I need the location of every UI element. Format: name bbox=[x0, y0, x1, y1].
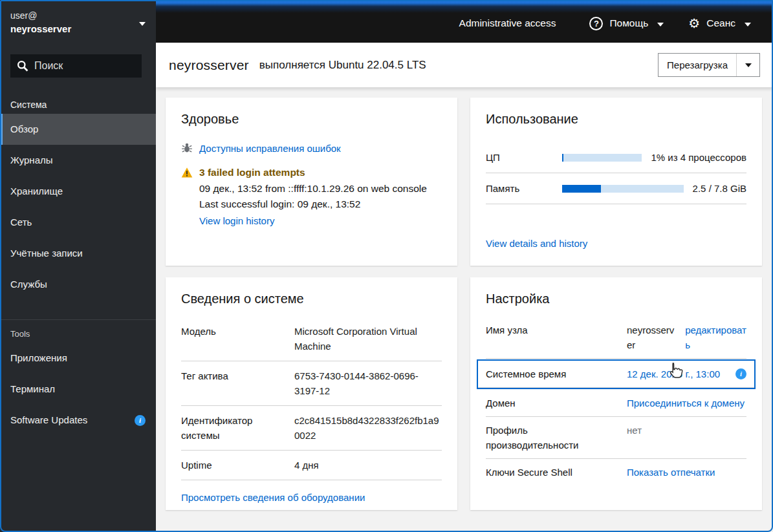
overview-content: Здоровье Доступны исправления ошибок bbox=[156, 87, 773, 532]
sidebar: user@ neyrosserver Система Обзор Журналы… bbox=[0, 0, 156, 532]
sidebar-item-terminal[interactable]: Терминал bbox=[0, 374, 156, 405]
memory-value: 2.5 / 7.8 GiB bbox=[693, 183, 746, 194]
sidebar-item-storage[interactable]: Хранилище bbox=[0, 176, 156, 207]
cpu-value: 1% из 4 процессоров bbox=[651, 152, 746, 163]
reboot-split-button: Перезагрузка bbox=[658, 53, 760, 77]
sidebar-item-applications[interactable]: Приложения bbox=[0, 343, 156, 374]
sidebar-item-logs[interactable]: Журналы bbox=[0, 145, 156, 176]
asset-tag-row: Тег актива 6753-7430-0144-3862-0696-3197… bbox=[181, 361, 442, 406]
search-icon bbox=[17, 60, 28, 72]
join-domain-link[interactable]: Присоединиться к домену bbox=[627, 398, 745, 409]
warning-triangle-icon bbox=[181, 167, 193, 178]
system-time-link[interactable]: 12 дек. 2025 г., 13:00 bbox=[627, 367, 720, 381]
sidebar-nav: Система Обзор Журналы Хранилище Сеть Учё… bbox=[0, 81, 156, 436]
usage-card-title: Использование bbox=[486, 112, 746, 127]
show-fingerprints-link[interactable]: Показать отпечатки bbox=[627, 467, 715, 478]
sidebar-search[interactable] bbox=[10, 54, 142, 78]
failed-login-title: 3 failed login attempts bbox=[199, 167, 305, 178]
health-card-title: Здоровье bbox=[181, 112, 442, 127]
search-input[interactable] bbox=[34, 60, 168, 72]
performance-profile-row: Профиль производительности нет bbox=[486, 417, 746, 459]
uptime-value: 4 дня bbox=[294, 458, 442, 473]
asset-tag-value: 6753-7430-0144-3862-0696-3197-12 bbox=[294, 368, 442, 398]
system-info-card: Сведения о системе Модель Microsoft Corp… bbox=[166, 277, 457, 510]
domain-row: Домен Присоединиться к домену bbox=[486, 390, 746, 417]
chevron-down-icon bbox=[139, 17, 146, 28]
hostname-row: Имя узла neyrosserver редактировать bbox=[486, 317, 746, 359]
info-icon[interactable] bbox=[735, 368, 746, 379]
bug-icon bbox=[181, 142, 193, 154]
health-card: Здоровье Доступны исправления ошибок bbox=[166, 98, 457, 266]
last-login-detail: Last successful login: 09 дек., 13:52 bbox=[199, 197, 442, 212]
sidebar-item-accounts[interactable]: Учётные записи bbox=[0, 238, 156, 269]
admin-access-indicator[interactable]: Administrative access bbox=[459, 17, 556, 29]
performance-profile-value: нет bbox=[627, 423, 746, 452]
cpu-progressbar bbox=[562, 154, 642, 162]
chevron-down-icon bbox=[745, 17, 751, 29]
machine-id-row: Идентификатор системы c2c841515b8d432283… bbox=[181, 406, 442, 451]
uptime-label: Uptime bbox=[181, 458, 294, 473]
ssh-keys-label: Ключи Secure Shell bbox=[486, 465, 627, 480]
model-label: Модель bbox=[181, 324, 294, 354]
domain-label: Домен bbox=[486, 396, 627, 410]
machine-id-value: c2c841515b8d4322833f262fb1a90022 bbox=[294, 413, 442, 443]
cpu-label: ЦП bbox=[486, 152, 562, 163]
page-header: neyrosserver выполняется Ubuntu 22.04.5 … bbox=[156, 43, 773, 87]
user-name: user@ bbox=[10, 9, 130, 22]
uptime-row: Uptime 4 дня bbox=[181, 451, 442, 480]
sidebar-item-software-updates[interactable]: Software Updates bbox=[0, 405, 156, 436]
hostname-value: neyrosserver bbox=[627, 323, 679, 352]
sidebar-item-network[interactable]: Сеть bbox=[0, 207, 156, 238]
configuration-title: Настройка bbox=[486, 292, 746, 306]
chevron-down-icon bbox=[657, 17, 664, 29]
reboot-button[interactable]: Перезагрузка bbox=[659, 54, 736, 76]
sidebar-item-overview[interactable]: Обзор bbox=[0, 114, 156, 145]
sidebar-item-services[interactable]: Службы bbox=[0, 269, 156, 300]
login-history-link[interactable]: View login history bbox=[199, 213, 274, 229]
reboot-dropdown-toggle[interactable] bbox=[736, 54, 759, 76]
session-label: Сеанс bbox=[706, 17, 735, 29]
bug-fixes-link[interactable]: Доступны исправления ошибок bbox=[199, 143, 341, 154]
asset-tag-label: Тег актива bbox=[181, 368, 294, 398]
machine-id-label: Идентификатор системы bbox=[181, 413, 294, 443]
info-icon bbox=[135, 415, 146, 426]
cockpit-app: user@ neyrosserver Система Обзор Журналы… bbox=[0, 0, 773, 532]
performance-profile-label: Профиль производительности bbox=[486, 423, 627, 452]
ssh-keys-row: Ключи Secure Shell Показать отпечатки bbox=[486, 459, 746, 485]
page-title-os: выполняется Ubuntu 22.04.5 LTS bbox=[259, 59, 426, 72]
gear-icon bbox=[688, 17, 700, 30]
configuration-card: Настройка Имя узла neyrosserver редактир… bbox=[470, 277, 762, 510]
model-value: Microsoft Corporation Virtual Machine bbox=[294, 324, 442, 354]
failed-login-detail: 09 дек., 13:52 from ::ffff:10.1.29.26 on… bbox=[199, 181, 442, 197]
session-menu[interactable]: Сеанс bbox=[688, 17, 751, 30]
nav-section-system: Система bbox=[0, 93, 156, 114]
system-time-label: Системное время bbox=[486, 367, 627, 381]
cpu-usage-row: ЦП 1% из 4 процессоров bbox=[486, 142, 746, 173]
usage-details-link[interactable]: View details and history bbox=[486, 238, 746, 251]
hardware-details-link[interactable]: Просмотреть сведения об оборудовании bbox=[181, 492, 442, 503]
nav-section-tools: Tools bbox=[0, 323, 156, 343]
usage-card: Использование ЦП 1% из 4 процессоров Пам… bbox=[470, 98, 762, 266]
user-menu[interactable]: user@ neyrosserver bbox=[0, 0, 156, 40]
masthead: Administrative access Помощь Сеанс bbox=[156, 0, 773, 43]
memory-usage-row: Память 2.5 / 7.8 GiB bbox=[486, 173, 746, 204]
page-title-hostname: neyrosserver bbox=[169, 58, 249, 73]
help-menu[interactable]: Помощь bbox=[589, 17, 664, 30]
system-info-title: Сведения о системе bbox=[181, 292, 442, 306]
system-time-row: Системное время 12 дек. 2025 г., 13:00 bbox=[478, 361, 754, 388]
memory-label: Память bbox=[486, 183, 562, 194]
question-circle-icon bbox=[589, 17, 603, 30]
memory-progressbar bbox=[562, 185, 684, 193]
host-name: neyrosserver bbox=[10, 22, 130, 36]
help-label: Помощь bbox=[609, 17, 648, 29]
hostname-label: Имя узла bbox=[486, 323, 627, 352]
model-row: Модель Microsoft Corporation Virtual Mac… bbox=[181, 317, 442, 361]
hostname-edit-link[interactable]: редактировать bbox=[685, 323, 746, 352]
